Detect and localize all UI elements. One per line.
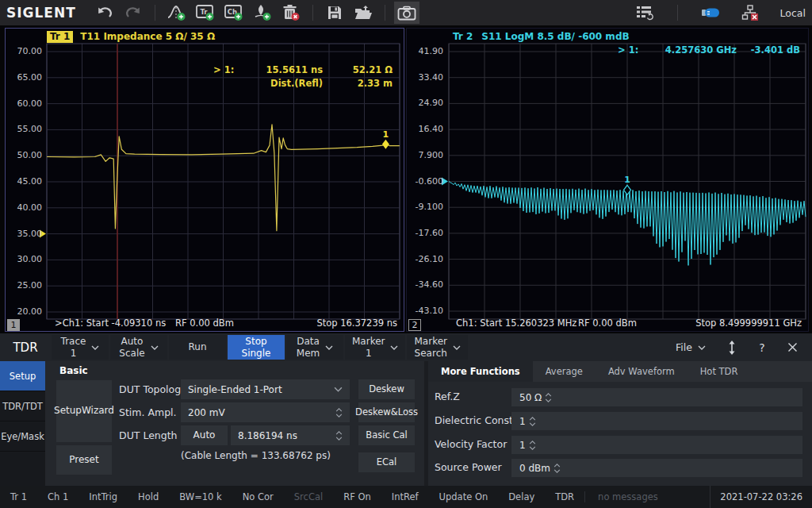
delete-icon[interactable]	[278, 2, 304, 24]
cal-button-basic-cal[interactable]: Basic Cal	[358, 425, 415, 445]
add-trace-window-icon[interactable]: Tr	[193, 2, 218, 24]
marker-db-value: -3.401 dB	[737, 44, 800, 58]
tr-window-glyph: Tr	[195, 4, 216, 21]
usb-icon[interactable]	[698, 2, 723, 24]
sidebar-tab-setup[interactable]: Setup	[0, 361, 45, 391]
trace1-badge[interactable]: Tr 1	[47, 31, 73, 43]
marker-id-label: > 1:	[618, 44, 648, 58]
menu-item-data-mem[interactable]: DataMem	[286, 335, 343, 360]
help-button[interactable]: ?	[750, 336, 774, 360]
menu-item-marker-search[interactable]: MarkerSearch	[407, 335, 467, 360]
tab-hot-tdr[interactable]: Hot TDR	[688, 361, 751, 382]
menu-item-trace[interactable]: Trace1	[52, 335, 109, 360]
add-trace-icon[interactable]	[164, 2, 190, 24]
field-label-ref-z: Ref.Z	[435, 388, 460, 406]
redo-arrow-glyph	[125, 6, 141, 19]
field-spinner[interactable]	[529, 417, 536, 426]
open-file-icon[interactable]	[350, 2, 376, 24]
file-menu-label: File	[676, 341, 692, 353]
field-input-ref-z[interactable]: 50 Ω	[511, 388, 802, 406]
y-axis-tick-label: 25.00	[7, 280, 42, 291]
setup-wizard-button[interactable]: SetupWizard	[56, 380, 112, 442]
dut-topology-label: DUT Topology	[119, 379, 187, 399]
field-spinner[interactable]	[545, 393, 552, 402]
s11-logmag-plot[interactable]: 1 41.9033.4024.9016.407.900-0.600-9.100-…	[406, 28, 809, 332]
cal-button-deskew-loss[interactable]: Deskew&Loss	[358, 402, 415, 422]
field-input-velocity-factor[interactable]: 1	[511, 436, 802, 454]
right-trace-header: Tr 2 S11 LogM 8.5 dB/ -600 mdB	[451, 31, 630, 43]
tdr-impedance-plot[interactable]: 1 70.0065.0060.0055.0050.0045.0040.0035.…	[5, 28, 404, 332]
sidebar-tab-eye-mask[interactable]: Eye/Mask	[0, 421, 45, 452]
setup-sidebar: SetupTDR/TDTEye/Mask	[0, 361, 45, 486]
y-axis-tick-label: 55.00	[7, 124, 42, 134]
tab-average[interactable]: Average	[533, 361, 596, 382]
preset-button[interactable]: Preset	[56, 445, 112, 475]
marker-freq-value: 4.257630 GHz	[648, 44, 737, 58]
stim-ampl-spinner[interactable]	[335, 408, 343, 418]
field-input-dielectric-const-[interactable]: 1	[511, 412, 802, 430]
left-stop-label: Stop 16.37239 ns	[316, 318, 397, 329]
trace2-badge[interactable]: Tr 2	[451, 31, 474, 43]
sidebar-tab-tdr-tdt[interactable]: TDR/TDT	[0, 391, 45, 421]
cal-button-ecal[interactable]: ECal	[358, 452, 415, 472]
save-file-icon[interactable]	[322, 2, 347, 24]
marker-1-diamond[interactable]	[382, 140, 389, 149]
dut-length-spinner[interactable]	[335, 431, 343, 441]
resize-window-button[interactable]	[720, 336, 744, 360]
stim-ampl-value: 200 mV	[188, 407, 332, 418]
left-marker-readout: > 1: 15.5611 ns 52.21 Ω Dist.(Refl) 2.33…	[213, 64, 393, 91]
trace2-format-label[interactable]: S11 LogM 8.5 dB/ -600 mdB	[481, 31, 629, 43]
status-bar: Tr 1Ch 1IntTrigHoldBW=10 kNo CorSrcCalRF…	[0, 486, 812, 508]
menu-item-auto-scale[interactable]: AutoScale	[110, 335, 167, 360]
datetime-label: 2021-07-22 03:26	[710, 486, 812, 508]
marker-id-label: > 1:	[213, 64, 243, 78]
local-mode-label[interactable]: Local	[780, 7, 806, 19]
file-menu-button[interactable]: File	[668, 341, 714, 353]
plot-region: 1 70.0065.0060.0055.0050.0045.0040.0035.…	[0, 25, 812, 333]
task-queue-icon[interactable]	[632, 2, 657, 24]
add-channel-window-icon[interactable]: Ch	[221, 2, 247, 24]
dut-length-auto-button[interactable]: Auto	[181, 425, 228, 445]
dut-length-input[interactable]: 8.186194 ns	[231, 425, 350, 445]
menu-item-run[interactable]: Run	[169, 335, 226, 360]
status-item-delay: Delay	[498, 491, 545, 502]
left-rf-power-label: RF 0.00 dBm	[175, 318, 234, 329]
lan-glyph	[741, 5, 759, 21]
s11-logmag-canvas[interactable]: 1	[407, 29, 808, 331]
camera-glyph	[397, 6, 416, 21]
marker-dist-value: 2.33 m	[323, 78, 393, 91]
menu-item-label: StopSingle	[242, 336, 271, 360]
lan-error-icon[interactable]	[737, 2, 763, 24]
menu-item-label: Trace1	[61, 336, 86, 360]
undo-icon[interactable]	[92, 2, 117, 24]
cal-button-deskew[interactable]: Deskew	[358, 379, 415, 399]
floppy-glyph	[327, 5, 343, 21]
redo-icon[interactable]	[121, 2, 146, 24]
tab-more-functions[interactable]: More Functions	[428, 361, 533, 382]
stim-ampl-input[interactable]: 200 mV	[181, 402, 350, 422]
chevron-down-icon	[91, 345, 99, 350]
basic-panel: Basic SetupWizard Preset DUT Topology Si…	[45, 361, 424, 486]
y-axis-tick-label: -34.60	[408, 279, 443, 290]
field-label-dielectric-const-: Dielectric Const.	[435, 412, 516, 429]
left-trace-header: Tr 1 T11 Impedance 5 Ω/ 35 Ω	[47, 31, 215, 43]
field-spinner[interactable]	[553, 464, 561, 473]
menu-item-marker[interactable]: Marker1	[345, 335, 405, 360]
y-axis-tick-label: 41.90	[408, 46, 443, 56]
menu-item-label: Run	[188, 341, 206, 353]
y-axis-tick-label: 50.00	[7, 150, 42, 160]
stim-ampl-label: Stim. Ampl.	[119, 402, 177, 422]
screenshot-icon[interactable]	[394, 2, 419, 24]
trace1-format-label[interactable]: T11 Impedance 5 Ω/ 35 Ω	[80, 31, 215, 43]
close-menu-button[interactable]	[780, 336, 804, 360]
folder-glyph	[354, 5, 373, 21]
field-spinner[interactable]	[529, 441, 536, 450]
menu-item-stop-single[interactable]: StopSingle	[228, 335, 285, 360]
field-input-source-power[interactable]: 0 dBm	[511, 459, 802, 477]
marker-1-label: 1	[624, 175, 630, 185]
tab-adv-waveform[interactable]: Adv Waveform	[596, 361, 688, 382]
dut-topology-select[interactable]: Single-Ended 1-Port	[181, 379, 350, 399]
add-marker-icon[interactable]	[250, 2, 275, 24]
y-axis-tick-label: 40.00	[7, 202, 42, 213]
ch-window-glyph: Ch	[224, 4, 244, 21]
